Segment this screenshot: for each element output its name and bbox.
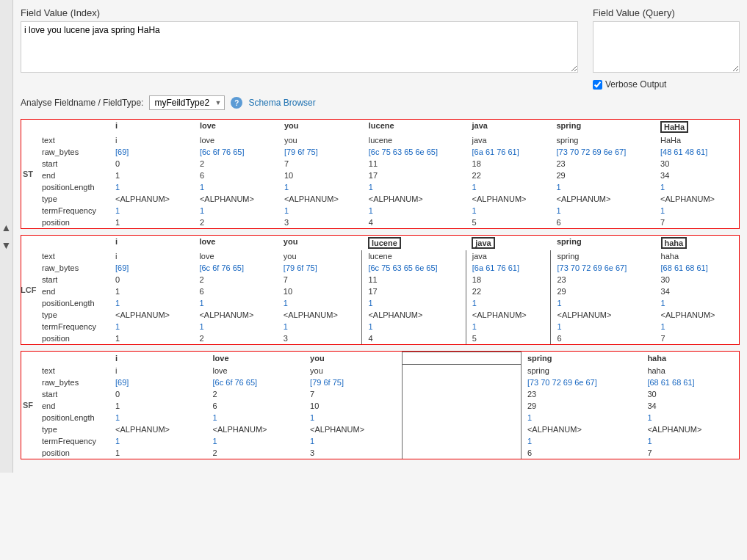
data-cell-3: 17 xyxy=(363,170,466,181)
schema-browser-link[interactable]: Schema Browser xyxy=(248,98,315,108)
data-cell-4: 1 xyxy=(521,412,641,423)
verbose-output-checkbox[interactable] xyxy=(593,80,602,90)
data-cell-6: 1 xyxy=(654,181,739,193)
data-cell-4: <ALPHANUM> xyxy=(466,309,551,321)
data-cell-4: [6a 61 76 61] xyxy=(466,146,551,158)
data-cell-3: 4 xyxy=(362,332,466,344)
table-row: positionLength1111111 xyxy=(36,181,739,193)
data-cell-5: 1 xyxy=(641,435,739,447)
data-cell-5: 23 xyxy=(550,158,654,170)
field-value-query-textarea[interactable] xyxy=(593,21,740,73)
data-cell-5: <ALPHANUM> xyxy=(551,309,655,321)
data-cell-4: java xyxy=(466,250,551,262)
row-label-cell: termFrequency xyxy=(36,435,109,447)
table-row: textiloveyoulucenejavaspringhaha xyxy=(36,250,739,262)
token-header-cell-6: HaHa xyxy=(654,120,739,134)
data-cell-2: you xyxy=(278,250,362,262)
data-cell-1: 6 xyxy=(207,400,305,412)
top-row: Field Value (Index) Field Value (Query) … xyxy=(21,7,740,90)
table-row: textiloveyoulucenejavaspringHaHa xyxy=(36,134,739,146)
data-cell-5: 1 xyxy=(641,412,739,423)
data-cell-5: 6 xyxy=(550,217,654,228)
row-label-cell: end xyxy=(36,286,109,297)
field-type-select[interactable]: myFeildType2 xyxy=(149,95,225,110)
data-cell-0: 1 xyxy=(109,321,193,332)
data-cell-3 xyxy=(402,400,521,412)
data-cell-4: 1 xyxy=(466,297,551,309)
table-st: iloveyoulucenejavaspringHaHatextiloveyou… xyxy=(36,120,739,228)
token-header-cell-2: you xyxy=(278,236,362,250)
data-cell-0: 1 xyxy=(109,181,194,193)
data-cell-2: [79 6f 75] xyxy=(278,262,362,274)
token-header-cell-1: love xyxy=(194,120,278,134)
analysis-block-lcf: LCFiloveyoulucenejavaspringhahatextilove… xyxy=(21,235,740,345)
row-label-cell: type xyxy=(36,423,109,435)
data-cell-4: 23 xyxy=(521,388,641,400)
row-label-cell: termFrequency xyxy=(36,205,109,217)
data-cell-4: <ALPHANUM> xyxy=(521,423,641,435)
data-cell-3: 11 xyxy=(363,158,466,170)
data-cell-3 xyxy=(402,447,521,459)
data-cell-2: <ALPHANUM> xyxy=(304,423,402,435)
data-cell-4: 5 xyxy=(466,332,551,344)
data-cell-6: [68 61 68 61] xyxy=(655,262,739,274)
token-header-row: iloveyoulucenejavaspringhaha xyxy=(36,236,739,250)
data-cell-1: 1 xyxy=(207,435,305,447)
data-cell-6: haha xyxy=(655,250,739,262)
data-cell-6: HaHa xyxy=(654,134,739,146)
row-label-cell: start xyxy=(36,388,109,400)
data-cell-1: 1 xyxy=(193,321,277,332)
data-cell-1: 6 xyxy=(193,286,277,297)
data-cell-1: 2 xyxy=(194,158,278,170)
data-cell-2: 3 xyxy=(278,217,363,228)
token-header-cell-5: spring xyxy=(551,236,655,250)
data-cell-0: <ALPHANUM> xyxy=(109,193,194,205)
data-cell-3: 17 xyxy=(362,286,466,297)
data-cell-2: 10 xyxy=(304,400,402,412)
data-cell-2: 1 xyxy=(278,181,363,193)
data-cell-0: 0 xyxy=(109,274,193,286)
data-cell-6: 34 xyxy=(655,286,739,297)
data-cell-0: i xyxy=(109,365,207,377)
data-cell-1: <ALPHANUM> xyxy=(194,193,278,205)
field-value-index-section: Field Value (Index) xyxy=(21,7,578,75)
data-cell-2: [79 6f 75] xyxy=(278,146,363,158)
token-header-cell-6: haha xyxy=(655,236,739,250)
data-cell-5: 1 xyxy=(550,181,654,193)
row-label-cell: positionLength xyxy=(36,297,109,309)
field-value-index-textarea[interactable] xyxy=(21,21,578,73)
data-cell-4: [6a 61 76 61] xyxy=(466,262,551,274)
data-cell-0: <ALPHANUM> xyxy=(109,309,193,321)
row-label-cell: text xyxy=(36,365,109,377)
analyse-label: Analyse Fieldname / FieldType: xyxy=(21,98,143,108)
data-cell-4: java xyxy=(466,134,551,146)
table-row: type<ALPHANUM><ALPHANUM><ALPHANUM><ALPHA… xyxy=(36,193,739,205)
data-cell-0: 0 xyxy=(109,158,194,170)
data-cell-5: [68 61 68 61] xyxy=(641,377,739,388)
token-header-row: iloveyou springhaha xyxy=(36,352,739,365)
data-cell-6: <ALPHANUM> xyxy=(655,309,739,321)
table-row: start02711182330 xyxy=(36,158,739,170)
data-cell-3: 11 xyxy=(362,274,466,286)
table-row: raw_bytes[69][6c 6f 76 65][79 6f 75][6c … xyxy=(36,146,739,158)
data-cell-5: 30 xyxy=(641,388,739,400)
table-row: termFrequency1111111 xyxy=(36,321,739,332)
token-header-cell-1: love xyxy=(207,352,305,365)
data-cell-0: <ALPHANUM> xyxy=(109,423,207,435)
data-cell-2: you xyxy=(304,365,402,377)
nav-arrow-down[interactable]: ▼ xyxy=(1,236,12,254)
row-label-cell: raw_bytes xyxy=(36,146,109,158)
nav-arrow-up[interactable]: ▲ xyxy=(1,219,12,236)
data-cell-1: love xyxy=(207,365,305,377)
data-cell-2: 10 xyxy=(278,286,362,297)
content-area: Field Value (Index) Field Value (Query) … xyxy=(13,0,747,473)
table-row: type<ALPHANUM><ALPHANUM><ALPHANUM> <ALPH… xyxy=(36,423,739,435)
table-row: textiloveyou springhaha xyxy=(36,365,739,377)
data-cell-4: 18 xyxy=(466,158,551,170)
data-cell-5: <ALPHANUM> xyxy=(641,423,739,435)
field-type-select-wrapper[interactable]: myFeildType2 xyxy=(149,95,225,110)
data-cell-2: 1 xyxy=(278,205,363,217)
help-icon[interactable]: ? xyxy=(231,97,242,109)
data-cell-5: spring xyxy=(551,250,655,262)
data-cell-2: 7 xyxy=(304,388,402,400)
